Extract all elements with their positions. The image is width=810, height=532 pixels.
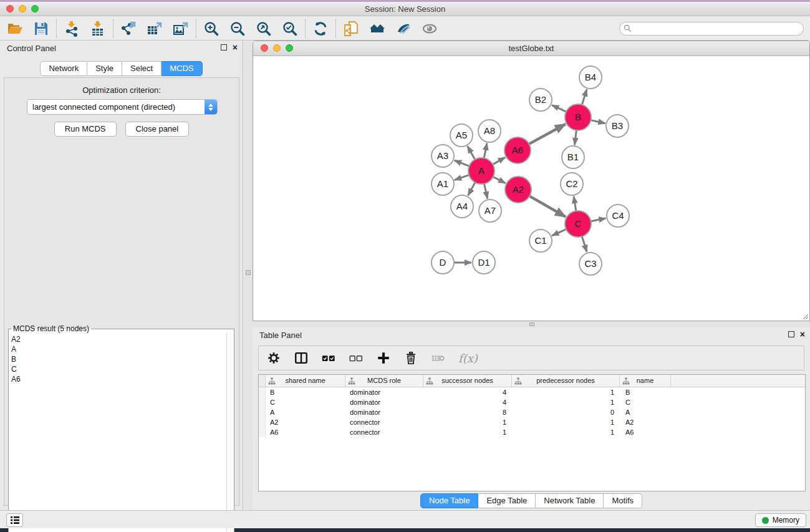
network-node[interactable]: C2: [561, 173, 583, 195]
tab-mcds[interactable]: MCDS: [162, 61, 202, 76]
table-cell[interactable]: 1: [423, 427, 512, 437]
open-session-button[interactable]: [6, 20, 24, 37]
column-header[interactable]: shared name: [266, 375, 345, 387]
tab-select[interactable]: Select: [122, 61, 162, 76]
tab-style[interactable]: Style: [87, 61, 122, 76]
table-cell[interactable]: 0: [512, 407, 620, 417]
mcds-result-item[interactable]: A2: [9, 334, 226, 344]
splitter-handle[interactable]: [529, 322, 534, 326]
column-header[interactable]: predecessor nodes: [512, 375, 620, 387]
close-panel-icon[interactable]: ×: [800, 331, 805, 337]
delete-table-button[interactable]: [431, 351, 446, 365]
network-edge[interactable]: [552, 230, 566, 236]
show-hide-button[interactable]: [420, 20, 439, 37]
vertical-splitter[interactable]: [244, 41, 253, 510]
network-node[interactable]: D1: [473, 251, 495, 274]
network-graph[interactable]: AA1A2A3A4A5A6A7A8BB1B2B3B4CC1C2C3C4DD1: [253, 57, 809, 321]
network-node[interactable]: C3: [579, 253, 602, 275]
network-node[interactable]: A7: [479, 200, 501, 222]
column-header[interactable]: name: [620, 375, 671, 387]
table-cell[interactable]: A6: [620, 427, 671, 437]
table-row[interactable]: Cdominator41C: [259, 397, 805, 407]
network-node[interactable]: D: [432, 251, 454, 274]
network-node[interactable]: A3: [432, 145, 454, 167]
table-cell[interactable]: C: [266, 397, 345, 407]
tab-motifs[interactable]: Motifs: [604, 493, 642, 508]
refresh-button[interactable]: [311, 20, 330, 37]
horizontal-splitter[interactable]: [253, 321, 810, 327]
resize-grip-icon[interactable]: [801, 312, 809, 320]
table-cell[interactable]: A2: [266, 417, 345, 427]
network-node[interactable]: C1: [529, 230, 552, 252]
network-node[interactable]: B1: [562, 146, 584, 168]
tab-node-table[interactable]: Node Table: [420, 493, 479, 508]
unselect-all-columns-button[interactable]: [349, 351, 364, 365]
table-cell[interactable]: 1: [512, 427, 620, 437]
export-table-button[interactable]: [145, 20, 164, 37]
table-cell[interactable]: C: [620, 397, 671, 407]
mcds-result-item[interactable]: B: [9, 354, 226, 364]
table-row[interactable]: A6connector11A6: [259, 427, 805, 437]
table-cell[interactable]: 1: [512, 417, 620, 427]
network-node[interactable]: A8: [478, 120, 501, 142]
network-edge[interactable]: [468, 182, 475, 195]
table-cell[interactable]: connector: [345, 427, 423, 437]
network-node[interactable]: A6: [504, 137, 531, 163]
memory-button[interactable]: Memory: [755, 513, 806, 527]
network-edge[interactable]: [529, 124, 565, 144]
close-panel-button[interactable]: Close panel: [125, 122, 190, 137]
network-edge[interactable]: [575, 130, 577, 145]
network-edge[interactable]: [552, 105, 566, 112]
table-cell[interactable]: B: [620, 387, 671, 397]
network-edge[interactable]: [455, 175, 469, 180]
network-node[interactable]: A: [468, 158, 494, 184]
mcds-result-item[interactable]: A6: [9, 374, 226, 384]
network-node[interactable]: B4: [579, 66, 602, 89]
network-node[interactable]: B3: [606, 115, 629, 137]
result-scrollbar[interactable]: [226, 333, 234, 532]
network-canvas[interactable]: AA1A2A3A4A5A6A7A8BB1B2B3B4CC1C2C3C4DD1: [253, 57, 809, 321]
table-row[interactable]: Bdominator41B: [259, 387, 805, 397]
network-node[interactable]: A4: [451, 195, 473, 218]
table-cell[interactable]: A6: [266, 427, 345, 437]
network-edge[interactable]: [529, 196, 566, 216]
tab-edge-table[interactable]: Edge Table: [478, 493, 536, 508]
table-row[interactable]: Adominator80A: [259, 407, 805, 417]
column-header[interactable]: successor nodes: [423, 375, 512, 387]
function-builder-button[interactable]: f(x): [458, 352, 478, 365]
create-column-button[interactable]: [376, 351, 391, 365]
select-all-columns-button[interactable]: [321, 351, 336, 365]
network-node[interactable]: A1: [432, 173, 454, 195]
network-edge[interactable]: [591, 218, 606, 221]
show-column-panel-button[interactable]: [294, 351, 309, 365]
criterion-dropdown[interactable]: largest connected component (directed): [27, 99, 218, 115]
network-node[interactable]: C: [565, 211, 591, 237]
table-cell[interactable]: dominator: [345, 407, 423, 417]
mcds-result-item[interactable]: C: [9, 364, 226, 374]
network-edge[interactable]: [591, 120, 605, 123]
zoom-out-button[interactable]: [228, 20, 247, 37]
network-edge[interactable]: [582, 89, 587, 105]
table-cell[interactable]: 4: [423, 397, 512, 407]
table-cell[interactable]: A: [266, 407, 345, 417]
float-panel-icon[interactable]: [221, 44, 227, 51]
zoom-in-button[interactable]: [202, 20, 221, 37]
task-history-button[interactable]: [6, 513, 23, 527]
network-edge[interactable]: [485, 184, 488, 199]
network-edge[interactable]: [468, 146, 475, 159]
zoom-selected-button[interactable]: [281, 20, 299, 37]
import-table-button[interactable]: [89, 20, 107, 37]
tab-network-table[interactable]: Network Table: [536, 493, 604, 508]
network-edge[interactable]: [493, 157, 505, 164]
network-node[interactable]: A5: [450, 124, 473, 147]
search-input[interactable]: [634, 24, 799, 33]
delete-column-button[interactable]: [403, 351, 418, 365]
clone-network-button[interactable]: [342, 20, 360, 37]
network-edge[interactable]: [582, 236, 587, 252]
vizmapper-button[interactable]: [394, 20, 413, 37]
table-cell[interactable]: 4: [423, 387, 512, 397]
splitter-handle[interactable]: [246, 270, 251, 275]
table-cell[interactable]: 1: [512, 387, 620, 397]
network-node[interactable]: C4: [607, 205, 629, 227]
table-cell[interactable]: dominator: [345, 397, 423, 407]
